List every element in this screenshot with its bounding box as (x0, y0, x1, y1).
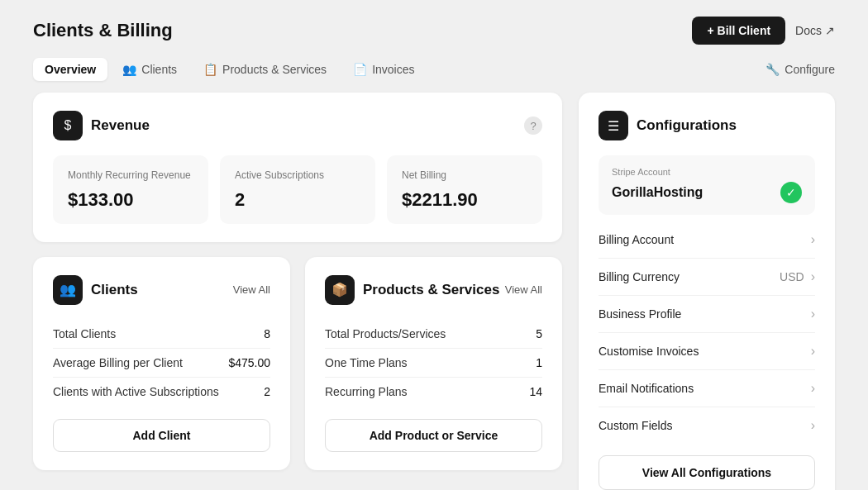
revenue-icon: $ (53, 111, 83, 140)
chevron-right-icon: › (811, 381, 815, 396)
products-view-all-button[interactable]: View All (505, 283, 542, 296)
config-item-custom-fields[interactable]: Custom Fields › (599, 407, 815, 444)
config-list: Billing Account › Billing Currency USD ›… (599, 221, 815, 444)
configure-button[interactable]: 🔧 Configure (765, 63, 835, 76)
add-product-button[interactable]: Add Product or Service (325, 419, 542, 452)
config-customise-invoices-label: Customise Invoices (599, 345, 699, 358)
clients-stat-active-subs-value: 2 (264, 385, 270, 398)
products-stat-one-time-value: 1 (536, 356, 542, 369)
chevron-right-icon: › (811, 418, 815, 433)
products-stat-recurring-value: 14 (529, 385, 542, 398)
products-card: 📦 Products & Services View All Total Pro… (305, 257, 562, 470)
clients-icon: 👥 (122, 63, 136, 76)
configurations-icon: ☰ (599, 111, 628, 140)
config-business-profile-label: Business Profile (599, 307, 681, 321)
config-email-notifications-label: Email Notifications (599, 382, 694, 395)
config-billing-account-right: › (811, 232, 815, 247)
clients-icon-box: 👥 (53, 275, 83, 305)
clients-stat-avg-billing-label: Average Billing per Client (53, 356, 183, 369)
clients-view-all-button[interactable]: View All (233, 283, 270, 296)
products-icon-box: 📦 (325, 275, 355, 305)
clients-title-group: 👥 Clients (53, 275, 138, 305)
stripe-account-name: GorillaHosting (612, 185, 703, 200)
config-email-notifications-right: › (811, 381, 815, 396)
header-actions: + Bill Client Docs ↗ (692, 17, 835, 45)
tab-products[interactable]: 📋 Products & Services (192, 58, 338, 81)
configurations-title-group: ☰ Configurations (599, 111, 737, 140)
tab-overview-label: Overview (45, 63, 96, 76)
clients-stat-total-label: Total Clients (53, 327, 116, 340)
config-custom-fields-label: Custom Fields (599, 419, 672, 432)
config-customise-invoices-right: › (811, 344, 815, 359)
products-icon: 📋 (203, 63, 217, 76)
config-billing-currency-label: Billing Currency (599, 270, 680, 283)
products-stat-one-time: One Time Plans 1 (325, 349, 542, 378)
clients-title: Clients (91, 282, 138, 298)
chevron-right-icon: › (811, 232, 815, 247)
tab-clients-label: Clients (141, 63, 177, 76)
metric-mrr-label: Monthly Recurring Revenue (68, 169, 193, 183)
clients-products-row: 👥 Clients View All Total Clients 8 Avera… (33, 257, 562, 470)
products-stat-total: Total Products/Services 5 (325, 320, 542, 349)
config-item-billing-currency[interactable]: Billing Currency USD › (599, 259, 815, 296)
help-icon[interactable]: ? (524, 117, 542, 135)
metric-net-billing: Net Billing $2211.90 (387, 155, 542, 224)
clients-stat-avg-billing: Average Billing per Client $475.00 (53, 349, 270, 378)
invoices-icon: 📄 (353, 63, 367, 76)
configurations-title: Configurations (637, 117, 737, 134)
stripe-account-box: Stripe Account GorillaHosting ✓ (599, 155, 815, 215)
configure-icon: 🔧 (765, 63, 780, 76)
metric-active-subs-label: Active Subscriptions (235, 169, 360, 183)
tab-invoices[interactable]: 📄 Invoices (341, 58, 426, 81)
metric-mrr-value: $133.00 (68, 189, 193, 211)
add-client-button[interactable]: Add Client (53, 419, 270, 452)
configurations-card-header: ☰ Configurations (599, 111, 815, 140)
tab-products-label: Products & Services (222, 63, 327, 76)
nav-tabs: Overview 👥 Clients 📋 Products & Services… (33, 58, 426, 81)
stripe-account-label: Stripe Account (612, 167, 802, 177)
view-all-configurations-button[interactable]: View All Configurations (599, 455, 815, 490)
products-card-header: 📦 Products & Services View All (325, 275, 542, 305)
docs-label: Docs (795, 24, 822, 37)
chevron-right-icon: › (811, 344, 815, 359)
verified-check-icon: ✓ (780, 182, 802, 203)
configure-label: Configure (785, 63, 835, 76)
tab-clients[interactable]: 👥 Clients (111, 58, 188, 81)
metric-net-billing-label: Net Billing (402, 169, 527, 183)
tab-overview[interactable]: Overview (33, 58, 107, 81)
revenue-title-group: $ Revenue (53, 111, 150, 140)
page-title: Clients & Billing (33, 20, 173, 41)
config-item-customise-invoices[interactable]: Customise Invoices › (599, 333, 815, 370)
left-column: $ Revenue ? Monthly Recurring Revenue $1… (33, 93, 562, 490)
tab-invoices-label: Invoices (372, 63, 414, 76)
revenue-title: Revenue (91, 117, 150, 134)
metric-mrr: Monthly Recurring Revenue $133.00 (53, 155, 208, 224)
config-item-business-profile[interactable]: Business Profile › (599, 296, 815, 333)
products-stat-recurring-label: Recurring Plans (325, 385, 408, 398)
products-title: Products & Services (363, 282, 499, 298)
stripe-name-row: GorillaHosting ✓ (612, 182, 802, 203)
revenue-metrics: Monthly Recurring Revenue $133.00 Active… (53, 155, 542, 224)
clients-stat-total-value: 8 (264, 327, 270, 340)
products-title-group: 📦 Products & Services (325, 275, 499, 305)
metric-net-billing-value: $2211.90 (402, 189, 527, 211)
products-stat-recurring: Recurring Plans 14 (325, 378, 542, 406)
revenue-card: $ Revenue ? Monthly Recurring Revenue $1… (33, 93, 562, 242)
clients-stat-avg-billing-value: $475.00 (228, 356, 270, 369)
external-link-icon: ↗ (825, 24, 835, 37)
metric-active-subs-value: 2 (235, 189, 360, 211)
products-stat-one-time-label: One Time Plans (325, 356, 408, 369)
config-item-billing-account[interactable]: Billing Account › (599, 221, 815, 259)
chevron-right-icon: › (811, 307, 815, 321)
billing-currency-value: USD (780, 270, 804, 283)
configurations-card: ☰ Configurations Stripe Account GorillaH… (579, 93, 835, 490)
config-custom-fields-right: › (811, 418, 815, 433)
config-billing-account-label: Billing Account (599, 233, 674, 246)
main-content: $ Revenue ? Monthly Recurring Revenue $1… (0, 93, 868, 490)
config-item-email-notifications[interactable]: Email Notifications › (599, 370, 815, 407)
chevron-right-icon: › (811, 269, 815, 284)
config-billing-currency-right: USD › (780, 269, 815, 284)
docs-button[interactable]: Docs ↗ (795, 24, 835, 37)
nav-bar: Overview 👥 Clients 📋 Products & Services… (0, 58, 868, 93)
bill-client-button[interactable]: + Bill Client (692, 17, 785, 45)
